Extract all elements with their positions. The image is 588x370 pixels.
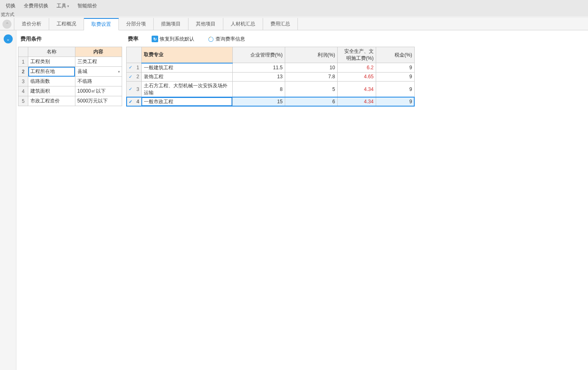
tabs: 造价分析 工程概况 取费设置 分部分项 措施项目 其他项目 人材机汇总 费用汇总 [14,18,298,30]
table-row[interactable]: 2 工程所在地 县城▾ [18,67,122,77]
tab-fee-settings[interactable]: 取费设置 [84,18,119,30]
menu-full-cost-switch[interactable]: 全费用切换 [20,2,52,10]
row-value-dropdown[interactable]: 县城▾ [75,67,122,77]
safety-cell[interactable]: 4.34 [337,81,376,97]
col-specialty[interactable]: 取费专业 [141,47,232,63]
check-icon[interactable]: ✓ [127,72,135,81]
tab-row: ⌃ 造价分析 工程概况 取费设置 分部分项 措施项目 其他项目 人材机汇总 费用… [0,18,588,30]
row-value[interactable]: 5000万元以下 [75,96,122,106]
row-num: 5 [18,96,28,106]
tax-cell[interactable]: 9 [376,72,414,81]
cost-conditions-table: 名称 内容 1 工程类别 三类工程 2 工程所在地 县城▾ 3 临路面数 [18,47,122,106]
query-label: 查询费率信息 [216,36,245,43]
profit-cell[interactable]: 6 [285,97,337,106]
table-row[interactable]: ✓ 2 装饰工程 13 7.8 4.65 9 [127,72,415,81]
table-row[interactable]: ✓ 1 一般建筑工程 11.5 10 6.2 9 [127,63,415,73]
mgmt-cell[interactable]: 15 [232,97,285,106]
menu-tools[interactable]: 工具▾ [52,2,73,10]
expand-down-button[interactable]: ⌄ [4,34,13,43]
col-check [127,47,135,63]
search-icon [207,36,214,42]
row-num: 3 [134,81,141,97]
row-value[interactable]: 不临路 [75,77,122,86]
calc-method-label: 览方式 [0,11,588,16]
menu-switch[interactable]: 切换 [2,2,20,10]
menu-tools-label: 工具 [57,3,66,9]
tab-other-items[interactable]: 其他项目 [188,18,223,30]
specialty-cell[interactable]: 一般市政工程 [141,97,232,106]
mgmt-cell[interactable]: 8 [232,81,285,97]
profit-cell[interactable]: 7.8 [285,72,337,81]
check-icon[interactable]: ✓ [127,63,135,73]
restore-defaults-button[interactable]: ↻ 恢复到系统默认 [152,36,194,43]
row-num: 3 [18,77,28,86]
rate-title: 费率 [128,35,138,43]
left-panel: 费用条件 名称 内容 1 工程类别 三类工程 2 工程所在地 县城▾ [16,30,124,370]
profit-cell[interactable]: 10 [285,63,337,73]
restore-label: 恢复到系统默认 [160,36,194,43]
safety-cell[interactable]: 6.2 [337,63,376,73]
tax-cell[interactable]: 9 [376,63,414,73]
table-row[interactable]: ✓ 3 土石方工程、大型机械一次安拆及场外运输 8 5 4.34 9 [127,81,415,97]
menu-bar: 切换 全费用切换 工具▾ 智能组价 [0,0,588,11]
col-name[interactable]: 名称 [28,47,75,57]
table-row[interactable]: 4 建筑面积 10000㎡以下 [18,86,122,96]
row-num: 4 [134,97,141,106]
col-profit[interactable]: 利润(%) [285,47,337,63]
row-num: 2 [134,72,141,81]
collapse-up-button[interactable]: ⌃ [2,20,11,29]
row-name: 工程所在地 [28,67,75,77]
specialty-cell[interactable]: 装饰工程 [141,72,232,81]
table-row[interactable]: ✓ 4 一般市政工程 15 6 4.34 9 [127,97,415,106]
row-name: 建筑面积 [28,86,75,96]
content: ⌄ 费用条件 名称 内容 1 工程类别 三类工程 2 工程所在地 [0,30,588,370]
tab-cost-summary[interactable]: 费用汇总 [263,18,298,30]
table-row[interactable]: 5 市政工程造价 5000万元以下 [18,96,122,106]
tab-sub-items[interactable]: 分部分项 [119,18,154,30]
mgmt-cell[interactable]: 13 [232,72,285,81]
right-panel: 费率 ↻ 恢复到系统默认 查询费率信息 取费专业 企业管理费(%) 利润(%) … [124,30,588,370]
cost-conditions-title: 费用条件 [20,35,120,43]
table-row[interactable]: 3 临路面数 不临路 [18,77,122,86]
row-num: 4 [18,86,28,96]
tab-labor-summary[interactable]: 人材机汇总 [223,18,263,30]
col-rownum [18,47,28,57]
check-icon[interactable]: ✓ [127,97,135,106]
rate-table: 取费专业 企业管理费(%) 利润(%) 安全生产、文明施工费(%) 税金(%) … [126,47,415,107]
menu-smart-group[interactable]: 智能组价 [73,2,101,10]
tax-cell[interactable]: 9 [376,81,414,97]
col-tax[interactable]: 税金(%) [376,47,414,63]
specialty-cell[interactable]: 土石方工程、大型机械一次安拆及场外运输 [141,81,232,97]
right-header: 费率 ↻ 恢复到系统默认 查询费率信息 [128,35,584,43]
tab-measure-items[interactable]: 措施项目 [154,18,188,30]
mgmt-cell[interactable]: 11.5 [232,63,285,73]
check-icon[interactable]: ✓ [127,81,135,97]
safety-cell[interactable]: 4.65 [337,72,376,81]
safety-cell[interactable]: 4.34 [337,97,376,106]
side-column: ⌄ [0,30,16,370]
specialty-cell[interactable]: 一般建筑工程 [141,63,232,73]
refresh-icon: ↻ [152,36,158,42]
col-num [134,47,141,63]
row-num: 2 [18,67,28,77]
chevron-down-icon: ▾ [67,4,69,8]
tax-cell[interactable]: 9 [376,97,414,106]
query-rate-button[interactable]: 查询费率信息 [207,36,245,43]
row-name: 工程类别 [28,57,75,67]
row-name: 市政工程造价 [28,96,75,106]
row-num: 1 [134,63,141,73]
row-value[interactable]: 三类工程 [75,57,122,67]
col-content[interactable]: 内容 [75,47,122,57]
row-name: 临路面数 [28,77,75,86]
dropdown-icon[interactable]: ▾ [118,70,120,74]
tab-cost-analysis[interactable]: 造价分析 [14,18,49,30]
profit-cell[interactable]: 5 [285,81,337,97]
col-mgmt[interactable]: 企业管理费(%) [232,47,285,63]
row-value-text: 县城 [77,68,87,74]
tab-project-overview[interactable]: 工程概况 [49,18,84,30]
row-value[interactable]: 10000㎡以下 [75,86,122,96]
table-row[interactable]: 1 工程类别 三类工程 [18,57,122,67]
row-num: 1 [18,57,28,67]
col-safety[interactable]: 安全生产、文明施工费(%) [337,47,376,63]
